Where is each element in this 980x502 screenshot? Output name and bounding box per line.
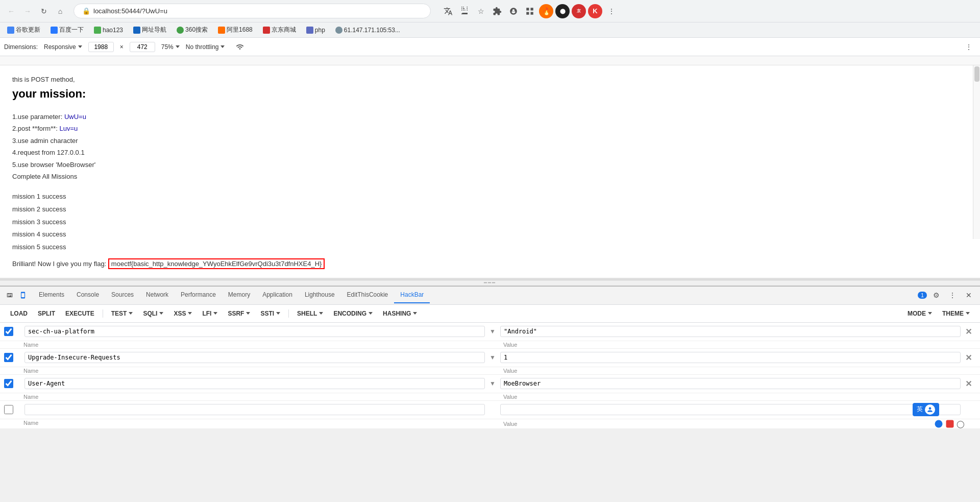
header-3-name[interactable] bbox=[24, 378, 485, 389]
scrollbar-track bbox=[973, 65, 980, 239]
bookmark-jd[interactable]: 京东商城 bbox=[260, 25, 299, 35]
devtools-inspect-icon[interactable] bbox=[4, 290, 15, 301]
mission-item-1: 1.use parameter: UwU=u bbox=[12, 111, 968, 123]
user-avatar[interactable]: K bbox=[588, 4, 602, 18]
tab-memory[interactable]: Memory bbox=[222, 287, 256, 303]
tab-network[interactable]: Network bbox=[140, 287, 175, 303]
hackbar-hashing[interactable]: HASHING bbox=[379, 308, 421, 319]
firefox-icon[interactable]: 🔥 bbox=[539, 4, 553, 18]
header-labels-4: Name Value ◯ bbox=[0, 419, 980, 429]
tab-console[interactable]: Console bbox=[70, 287, 105, 303]
devtools-close-icon[interactable]: ✕ bbox=[962, 288, 976, 302]
header-1-value[interactable] bbox=[500, 326, 961, 337]
dark-icon[interactable]: ⬤ bbox=[555, 4, 570, 18]
hackbar-execute[interactable]: EXECUTE bbox=[61, 308, 99, 319]
height-input[interactable] bbox=[130, 42, 155, 52]
hashing-chevron bbox=[413, 312, 417, 315]
hackbar-lfi[interactable]: LFI bbox=[198, 308, 222, 319]
bookmark-ip[interactable]: 61.147.171.105:53... bbox=[332, 26, 403, 35]
tab-sources[interactable]: Sources bbox=[105, 287, 140, 303]
back-button[interactable]: ← bbox=[4, 4, 18, 18]
profile-icon[interactable] bbox=[506, 4, 521, 18]
header-1-delete[interactable]: ✕ bbox=[961, 327, 976, 337]
tab-hackbar[interactable]: HackBar bbox=[394, 287, 430, 303]
header-1-checkbox[interactable] bbox=[4, 327, 13, 336]
drag-handle-icon: ━━━ bbox=[484, 280, 496, 285]
bookmark-label-6: 京东商城 bbox=[272, 26, 296, 34]
reload-button[interactable]: ↻ bbox=[37, 4, 51, 18]
hackbar-encoding[interactable]: ENCODING bbox=[329, 308, 377, 319]
network-conditions-icon[interactable] bbox=[233, 40, 247, 54]
bookmark-baidu[interactable]: 百度一下 bbox=[47, 25, 87, 35]
hackbar-sqli[interactable]: SQLI bbox=[139, 308, 167, 319]
devtools-menu-icon[interactable]: ⋮ bbox=[962, 40, 976, 54]
svg-rect-3 bbox=[531, 12, 533, 14]
bookmark-php[interactable]: php bbox=[303, 26, 328, 35]
header-4-checkbox[interactable] bbox=[4, 405, 13, 414]
header-3-value[interactable] bbox=[500, 378, 961, 389]
extension-icon[interactable] bbox=[490, 4, 504, 18]
forward-button[interactable]: → bbox=[20, 4, 35, 18]
mission-link-2[interactable]: Luv=u bbox=[60, 125, 78, 132]
header-1-arrow[interactable]: ▼ bbox=[485, 328, 500, 335]
bookmark-label-0: 谷歌更新 bbox=[16, 26, 40, 34]
jd-icon[interactable]: 京 bbox=[572, 4, 586, 18]
header-2-value[interactable] bbox=[500, 352, 961, 363]
translation-widget[interactable]: 英 bbox=[913, 403, 939, 416]
hackbar-mode[interactable]: MODE bbox=[903, 308, 936, 319]
flag-line: Brilliant! Now I give you my flag: moect… bbox=[12, 260, 968, 268]
devtools-drag-handle[interactable]: ━━━ bbox=[0, 280, 980, 286]
header-3-checkbox[interactable] bbox=[4, 379, 13, 388]
hackbar-load[interactable]: LOAD bbox=[6, 308, 32, 319]
header-4-value[interactable] bbox=[500, 404, 961, 415]
devtools-settings-icon[interactable]: ⚙ bbox=[929, 288, 943, 302]
hackbar-ssrf[interactable]: SSRF bbox=[224, 308, 254, 319]
hackbar-shell[interactable]: SHELL bbox=[293, 308, 327, 319]
bookmark-wangzhi[interactable]: 网址导航 bbox=[130, 25, 169, 35]
tab-lighthouse[interactable]: Lighthouse bbox=[299, 287, 341, 303]
tab-application[interactable]: Application bbox=[256, 287, 299, 303]
hackbar-xss[interactable]: XSS bbox=[169, 308, 196, 319]
tab-elements[interactable]: Elements bbox=[33, 287, 70, 303]
dimensions-select[interactable]: Responsive bbox=[44, 43, 82, 51]
screenshot-icon[interactable] bbox=[457, 4, 472, 18]
translate-icon[interactable] bbox=[441, 4, 455, 18]
tab-editthiscookie[interactable]: EditThisCookie bbox=[341, 287, 395, 303]
address-bar[interactable]: 🔒 localhost:50444/?UwU=u bbox=[74, 4, 431, 18]
zoom-select[interactable]: 75% bbox=[161, 43, 180, 51]
nav-icons: ☆ 🔥 ⬤ 京 K ⋮ bbox=[441, 4, 619, 18]
translation-avatar bbox=[925, 404, 935, 415]
header-3-delete[interactable]: ✕ bbox=[961, 379, 976, 389]
bookmark-hao123[interactable]: hao123 bbox=[91, 26, 126, 35]
header-3-arrow[interactable]: ▼ bbox=[485, 380, 500, 387]
throttling-select[interactable]: No throttling bbox=[186, 43, 225, 51]
bottom-icon-3[interactable]: ◯ bbox=[957, 420, 965, 428]
mission-link-1[interactable]: UwU=u bbox=[64, 113, 86, 121]
star-icon[interactable]: ☆ bbox=[474, 4, 488, 18]
header-2-name[interactable] bbox=[24, 352, 485, 363]
header-2-delete[interactable]: ✕ bbox=[961, 353, 976, 363]
hackbar-split[interactable]: SPLIT bbox=[34, 308, 59, 319]
svg-rect-5 bbox=[946, 420, 954, 427]
scrollbar-thumb[interactable] bbox=[974, 66, 979, 82]
dimension-x: × bbox=[120, 43, 124, 51]
menu-icon[interactable]: ⋮ bbox=[604, 4, 619, 18]
puzzle-icon[interactable] bbox=[523, 4, 537, 18]
ruler bbox=[0, 56, 980, 65]
tab-performance[interactable]: Performance bbox=[175, 287, 222, 303]
bookmark-360[interactable]: 360搜索 bbox=[174, 25, 211, 35]
devtools-more-icon[interactable]: ⋮ bbox=[945, 288, 960, 302]
hackbar-test[interactable]: TEST bbox=[107, 308, 137, 319]
header-2-checkbox[interactable] bbox=[4, 353, 13, 362]
home-button[interactable]: ⌂ bbox=[53, 4, 67, 18]
header-4-name[interactable] bbox=[24, 404, 485, 415]
hackbar-ssti[interactable]: SSTI bbox=[256, 308, 284, 319]
header-1-name[interactable] bbox=[24, 326, 485, 337]
devtools-device-icon[interactable] bbox=[17, 290, 29, 301]
header-2-arrow[interactable]: ▼ bbox=[485, 354, 500, 361]
bookmark-google-update[interactable]: 谷歌更新 bbox=[4, 25, 43, 35]
bookmark-ali1688[interactable]: 阿里1688 bbox=[215, 25, 256, 35]
status-2: mission 2 success bbox=[12, 203, 968, 216]
hackbar-theme[interactable]: THEME bbox=[938, 308, 974, 319]
width-input[interactable] bbox=[88, 42, 114, 52]
